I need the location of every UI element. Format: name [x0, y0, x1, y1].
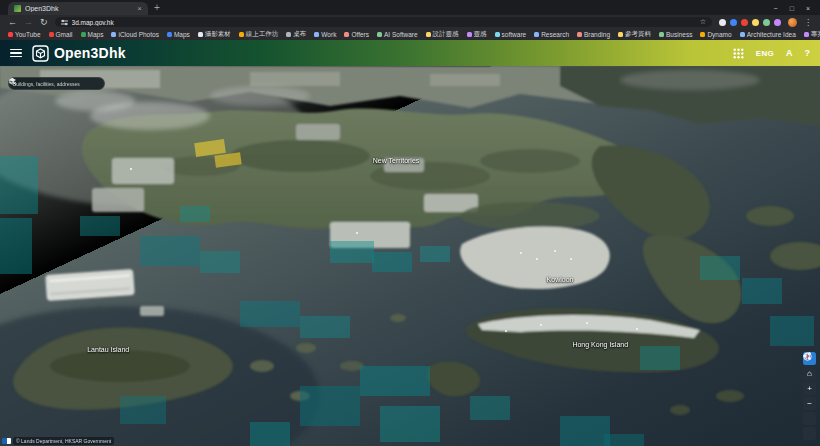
hamburger-menu-icon[interactable]	[10, 49, 22, 58]
bookmark-label: 專案	[811, 30, 820, 39]
search-icon[interactable]	[9, 78, 16, 85]
extension-1-icon[interactable]	[719, 19, 726, 26]
bookmark-item[interactable]: 設計靈感	[426, 30, 459, 39]
browser-menu-button[interactable]: ⋮	[804, 18, 812, 27]
bookmark-favicon	[8, 32, 13, 37]
bookmark-favicon	[377, 32, 382, 37]
map-place-label: New Territories	[373, 156, 420, 163]
bookmark-label: YouTube	[15, 31, 41, 38]
map-place-label: Lantau Island	[87, 346, 129, 353]
extension-4-icon[interactable]	[752, 19, 759, 26]
app-title: Open3Dhk	[54, 45, 126, 61]
bookmark-label: Maps	[88, 31, 104, 38]
bookmark-item[interactable]: Maps	[81, 30, 104, 39]
bookmark-favicon	[659, 32, 664, 37]
bookmark-item[interactable]: Maps	[167, 30, 190, 39]
back-button[interactable]: ←	[8, 18, 17, 27]
bookmark-item[interactable]: 靈感	[467, 30, 487, 39]
bookmark-label: 線上工作坊	[246, 30, 279, 39]
bookmark-item[interactable]: Gmail	[49, 30, 73, 39]
map-attribution: © Lands Department, HKSAR Government	[2, 437, 114, 445]
bookmark-item[interactable]: Research	[534, 30, 569, 39]
compass-button[interactable]	[803, 427, 816, 440]
bookmarks-list: YouTubeGmailMapsiCloud PhotosMaps攝影素材線上工…	[8, 30, 820, 39]
apps-grid-icon[interactable]	[733, 48, 744, 59]
bookmark-item[interactable]: Architecture Idea	[740, 30, 796, 39]
logo-cube-icon	[32, 45, 49, 62]
bookmark-item[interactable]: software	[495, 30, 527, 39]
map-controls: ⌂ + −	[803, 352, 816, 440]
map-place-label: Kowloon	[547, 276, 574, 283]
bookmark-label: Offers	[351, 31, 369, 38]
bookmark-label: Gmail	[56, 31, 73, 38]
bookmark-label: 參考資料	[625, 30, 651, 39]
bookmark-item[interactable]: iCloud Photos	[111, 30, 158, 39]
bookmark-label: iCloud Photos	[118, 31, 158, 38]
bookmark-favicon	[81, 32, 86, 37]
site-settings-icon[interactable]	[61, 19, 68, 26]
app-logo[interactable]: Open3Dhk	[32, 45, 126, 62]
bookmark-item[interactable]: Dynamo	[700, 30, 731, 39]
bookmark-item[interactable]: Business	[659, 30, 692, 39]
extension-3-icon[interactable]	[741, 19, 748, 26]
tab-title: Open3Dhk	[25, 5, 133, 12]
extension-2-icon[interactable]	[730, 19, 737, 26]
share-button[interactable]	[803, 412, 816, 425]
profile-avatar[interactable]	[788, 18, 797, 27]
bookmark-label: Branding	[584, 31, 610, 38]
bookmark-favicon	[239, 32, 244, 37]
map-canvas[interactable]: New TerritoriesKowloonHong Kong IslandLa…	[0, 66, 820, 446]
bookmark-item[interactable]: 攝影素材	[198, 30, 231, 39]
zoom-in-button[interactable]: +	[803, 382, 816, 395]
bookmark-favicon	[198, 32, 203, 37]
bookmark-favicon	[111, 32, 116, 37]
url-text[interactable]: 3d.map.gov.hk	[72, 19, 696, 26]
text-size-button[interactable]: A	[786, 48, 793, 58]
browser-tab[interactable]: Open3Dhk ×	[8, 2, 148, 15]
tab-close-icon[interactable]: ×	[137, 4, 142, 13]
window-maximize-button[interactable]: □	[790, 5, 794, 12]
language-button[interactable]: ENG	[756, 49, 774, 58]
bookmark-label: software	[502, 31, 527, 38]
map-search-box[interactable]: Buildings, facilities, addresses	[8, 77, 105, 90]
reload-button[interactable]: ↻	[40, 18, 48, 27]
forward-button[interactable]: →	[24, 18, 33, 27]
bookmark-item[interactable]: 參考資料	[618, 30, 651, 39]
bookmark-favicon	[344, 32, 349, 37]
bookmark-item[interactable]: 專案	[804, 30, 820, 39]
bookmark-favicon	[49, 32, 54, 37]
bookmark-item[interactable]: 線上工作坊	[239, 30, 279, 39]
bookmark-favicon	[804, 32, 809, 37]
bookmark-favicon	[286, 32, 291, 37]
bookmark-favicon	[700, 32, 705, 37]
bookmark-label: 設計靈感	[433, 30, 459, 39]
zoom-out-button[interactable]: −	[803, 397, 816, 410]
address-bar[interactable]: 3d.map.gov.hk ☆	[55, 17, 712, 27]
bookmark-item[interactable]: YouTube	[8, 30, 41, 39]
browser-window: Open3Dhk × + − □ × ← → ↻ 3d.map.gov.hk ☆…	[0, 0, 820, 446]
bookmark-item[interactable]: Work	[314, 30, 336, 39]
bookmark-label: Architecture Idea	[747, 31, 796, 38]
app-header: Open3Dhk ENG A ?	[0, 40, 820, 66]
bookmark-label: Work	[321, 31, 336, 38]
bookmark-label: Research	[541, 31, 569, 38]
bookmark-label: Maps	[174, 31, 190, 38]
extension-6-icon[interactable]	[774, 19, 781, 26]
bookmark-star-icon[interactable]: ☆	[700, 18, 706, 26]
new-tab-button[interactable]: +	[154, 2, 160, 13]
bookmark-item[interactable]: AI Software	[377, 30, 418, 39]
bookmark-favicon	[167, 32, 172, 37]
help-button[interactable]: ?	[805, 48, 811, 58]
compass-needle-icon	[803, 352, 812, 361]
window-minimize-button[interactable]: −	[774, 5, 778, 12]
extension-5-icon[interactable]	[763, 19, 770, 26]
window-close-button[interactable]: ×	[806, 5, 810, 12]
bookmark-item[interactable]: Branding	[577, 30, 610, 39]
search-input[interactable]: Buildings, facilities, addresses	[13, 81, 100, 87]
home-button[interactable]: ⌂	[803, 367, 816, 380]
bookmark-favicon	[618, 32, 623, 37]
bookmark-item[interactable]: Offers	[344, 30, 369, 39]
bookmark-favicon	[426, 32, 431, 37]
bookmark-item[interactable]: 桌布	[286, 30, 306, 39]
map-place-label: Hong Kong Island	[572, 341, 628, 348]
